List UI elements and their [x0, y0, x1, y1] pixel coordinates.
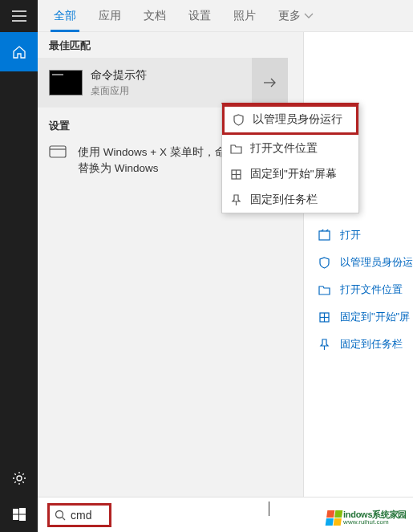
tab-settings[interactable]: 设置	[177, 0, 222, 32]
preview-action-pin-taskbar[interactable]: 固定到任务栏	[304, 331, 413, 358]
tab-documents[interactable]: 文档	[132, 0, 177, 32]
svg-rect-11	[319, 231, 330, 240]
tab-all[interactable]: 全部	[43, 0, 87, 32]
preview-action-open[interactable]: 打开	[304, 221, 413, 249]
tab-apps[interactable]: 应用	[87, 0, 132, 32]
pin-start-icon	[230, 169, 242, 181]
arrow-right-icon	[263, 77, 277, 88]
folder-icon	[230, 143, 242, 155]
ctx-pin-start[interactable]: 固定到"开始"屏幕	[222, 161, 358, 187]
ctx-pin-taskbar[interactable]: 固定到任务栏	[222, 187, 358, 213]
best-match-header: 最佳匹配	[38, 32, 288, 58]
filter-tabs: 全部 应用 文档 设置 照片 更多	[38, 0, 413, 32]
windows-icon	[13, 508, 26, 521]
home-button[interactable]	[0, 32, 38, 71]
result-title: 命令提示符	[91, 68, 252, 83]
folder-icon	[318, 284, 330, 296]
text-cursor-icon	[269, 502, 269, 516]
expand-result-button[interactable]	[252, 58, 288, 108]
watermark-url: www.ruihut.com	[343, 519, 407, 526]
svg-rect-7	[19, 515, 26, 522]
preview-action-location[interactable]: 打开文件位置	[304, 276, 413, 303]
sidebar	[0, 0, 38, 532]
svg-rect-5	[19, 508, 26, 514]
windows-logo-icon	[326, 510, 343, 526]
svg-rect-4	[13, 509, 18, 514]
home-icon	[12, 45, 26, 59]
ctx-run-as-admin[interactable]: 以管理员身份运行	[222, 104, 358, 135]
pin-start-icon	[318, 311, 330, 323]
admin-icon	[233, 114, 245, 126]
preview-action-admin[interactable]: 以管理员身份运	[304, 249, 413, 276]
tab-more[interactable]: 更多	[267, 0, 325, 32]
chevron-down-icon	[304, 13, 314, 19]
svg-rect-9	[50, 146, 66, 157]
preview-action-pin-start[interactable]: 固定到"开始"屏	[304, 303, 413, 331]
gear-icon	[12, 471, 26, 485]
admin-icon	[318, 257, 330, 269]
search-input[interactable]	[71, 509, 103, 522]
hamburger-icon	[12, 10, 26, 22]
open-icon	[318, 229, 330, 242]
svg-point-3	[17, 476, 22, 481]
ctx-open-location[interactable]: 打开文件位置	[222, 136, 358, 161]
main-area: 全部 应用 文档 设置 照片 更多 最佳匹配 命令提示符 桌面应用	[38, 0, 413, 532]
pin-taskbar-icon	[318, 339, 330, 351]
hamburger-menu-button[interactable]	[0, 0, 38, 32]
watermark: indows系统家园 www.ruihut.com	[326, 510, 407, 526]
result-subtitle: 桌面应用	[91, 84, 252, 98]
search-icon	[55, 510, 66, 521]
svg-line-19	[63, 517, 66, 520]
cmd-app-icon	[49, 70, 83, 95]
tab-photos[interactable]: 照片	[222, 0, 267, 32]
best-match-result[interactable]: 命令提示符 桌面应用	[38, 58, 288, 108]
context-menu: 以管理员身份运行 打开文件位置 固定到"开始"屏幕 固定到任务栏	[221, 103, 359, 213]
settings-item-icon	[49, 144, 67, 159]
pin-taskbar-icon	[230, 194, 242, 206]
svg-rect-6	[13, 515, 18, 521]
search-box[interactable]	[47, 503, 111, 527]
windows-start-button[interactable]	[0, 497, 38, 532]
settings-button[interactable]	[0, 459, 38, 497]
svg-point-18	[56, 510, 63, 518]
